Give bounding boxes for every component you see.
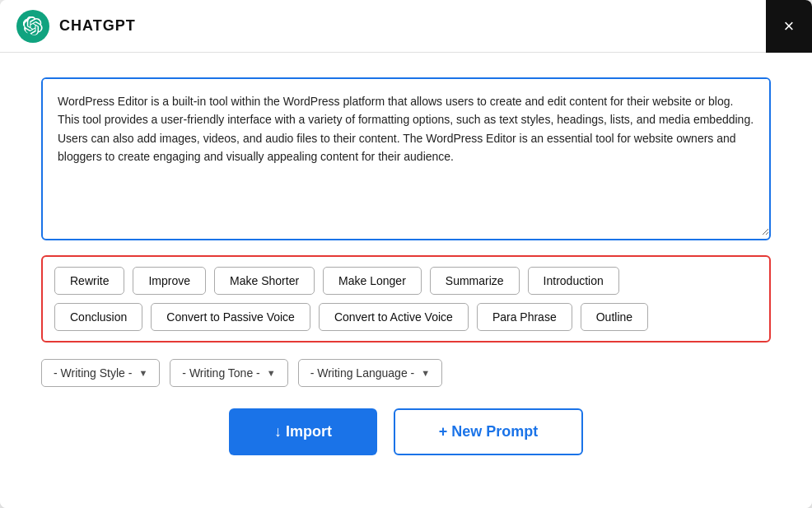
header-left: CHATGPT — [16, 10, 136, 43]
app-title: CHATGPT — [59, 17, 136, 35]
new-prompt-button[interactable]: + New Prompt — [394, 408, 583, 455]
chevron-down-icon: ▼ — [421, 368, 430, 378]
action-btn-improve[interactable]: Improve — [133, 267, 206, 295]
chevron-down-icon: ▼ — [267, 368, 276, 378]
buttons-row-1: RewriteImproveMake ShorterMake LongerSum… — [54, 267, 758, 295]
dropdowns-row: - Writing Style -▼- Writing Tone -▼- Wri… — [41, 359, 771, 387]
action-btn-make-shorter[interactable]: Make Shorter — [214, 267, 315, 295]
dropdown-2[interactable]: - Writing Language -▼ — [298, 359, 442, 387]
chatgpt-logo-icon — [23, 16, 43, 36]
bottom-buttons: ↓ Import + New Prompt — [41, 408, 771, 455]
header: CHATGPT × — [0, 0, 812, 53]
action-btn-para-phrase[interactable]: Para Phrase — [477, 303, 572, 331]
action-btn-make-longer[interactable]: Make Longer — [323, 267, 422, 295]
main-content: RewriteImproveMake ShorterMake LongerSum… — [0, 53, 812, 508]
dropdown-1[interactable]: - Writing Tone -▼ — [170, 359, 287, 387]
chatgpt-logo — [16, 10, 49, 43]
action-btn-outline[interactable]: Outline — [581, 303, 648, 331]
buttons-row-2: ConclusionConvert to Passive VoiceConver… — [54, 303, 758, 331]
chevron-down-icon: ▼ — [138, 368, 147, 378]
content-textarea[interactable] — [43, 79, 769, 235]
action-buttons-section: RewriteImproveMake ShorterMake LongerSum… — [41, 255, 771, 343]
close-button[interactable]: × — [766, 0, 812, 53]
action-btn-conclusion[interactable]: Conclusion — [54, 303, 142, 331]
action-btn-summarize[interactable]: Summarize — [430, 267, 520, 295]
textarea-wrapper — [41, 77, 771, 240]
dropdown-0[interactable]: - Writing Style -▼ — [41, 359, 160, 387]
action-btn-rewrite[interactable]: Rewrite — [54, 267, 124, 295]
import-button[interactable]: ↓ Import — [229, 408, 377, 455]
main-window: CHATGPT × RewriteImproveMake ShorterMake… — [0, 0, 812, 508]
action-btn-convert-to-active-voice[interactable]: Convert to Active Voice — [319, 303, 469, 331]
action-btn-convert-to-passive-voice[interactable]: Convert to Passive Voice — [151, 303, 310, 331]
action-btn-introduction[interactable]: Introduction — [528, 267, 619, 295]
